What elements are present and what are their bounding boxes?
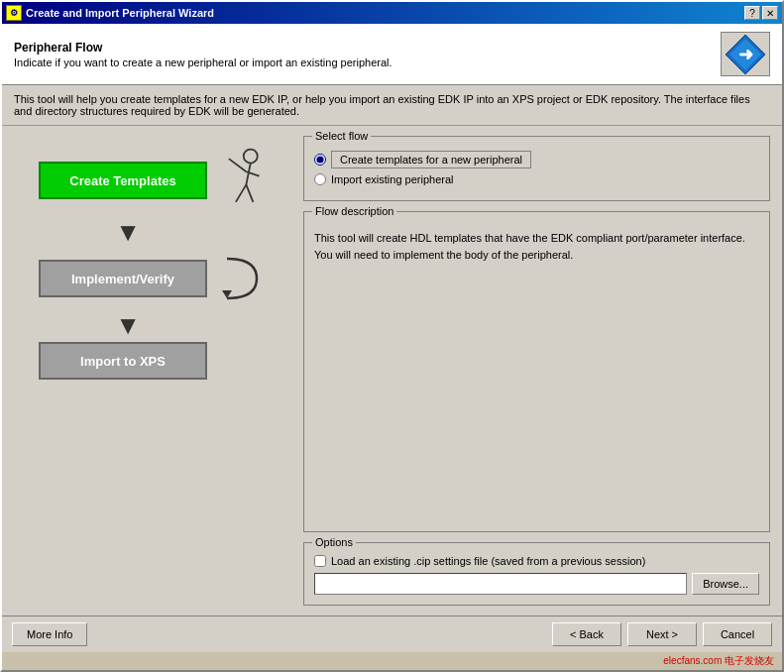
radio-create-box: Create templates for a new peripheral [331, 151, 531, 168]
bottom-left: More Info [12, 622, 87, 646]
arrow-row-1: ▼ [44, 219, 262, 245]
header-panel: Peripheral Flow Indicate if you want to … [2, 24, 782, 85]
flow-row-1: Create Templates [14, 146, 291, 215]
description-band: This tool will help you create templates… [2, 85, 782, 126]
svg-text:➜: ➜ [738, 45, 753, 64]
close-button[interactable]: ✕ [762, 6, 778, 20]
flow-step-import-label: Import to XPS [80, 354, 166, 369]
next-button[interactable]: Next > [627, 622, 697, 646]
radio-create-label: Create templates for a new peripheral [331, 151, 531, 168]
file-input-row: Browse... [314, 573, 759, 595]
file-path-input[interactable] [314, 573, 687, 595]
svg-line-8 [246, 184, 253, 202]
options-title: Options [312, 536, 356, 548]
flow-step-create: Create Templates [39, 162, 207, 199]
flow-row-2: Implement/Verify [14, 249, 291, 308]
select-flow-title: Select flow [312, 130, 371, 142]
header-text: Peripheral Flow Indicate if you want to … [14, 41, 721, 68]
curved-arrow-icon [217, 249, 267, 308]
arrow-row-2: ▼ [44, 312, 262, 338]
flow-desc-text: This tool will create HDL templates that… [314, 226, 759, 267]
svg-line-5 [229, 159, 247, 171]
radio-create[interactable] [314, 154, 326, 166]
bottom-right: < Back Next > Cancel [552, 622, 772, 646]
titlebar-buttons: ? ✕ [744, 6, 778, 20]
main-content: Create Templates [2, 126, 782, 616]
flow-step-implement: Implement/Verify [39, 260, 207, 297]
header-title: Peripheral Flow [14, 41, 721, 55]
header-subtitle: Indicate if you want to create a new per… [14, 56, 721, 68]
right-panel: Select flow Create templates for a new p… [303, 136, 770, 606]
browse-button[interactable]: Browse... [692, 573, 759, 595]
flow-step-import: Import to XPS [39, 342, 207, 380]
cancel-button[interactable]: Cancel [703, 622, 772, 646]
svg-point-3 [244, 150, 258, 164]
window-title: Create and Import Peripheral Wizard [26, 7, 214, 19]
load-settings-label: Load an existing .cip settings file (sav… [331, 555, 645, 567]
watermark-text: elecfans.com 电子发烧友 [663, 655, 774, 666]
watermark-bar: elecfans.com 电子发烧友 [2, 652, 782, 670]
titlebar: ⚙ Create and Import Peripheral Wizard ? … [2, 2, 782, 24]
checkbox-row: Load an existing .cip settings file (sav… [314, 555, 759, 567]
down-arrow-2: ▼ [115, 312, 141, 338]
stickman-figure [217, 146, 267, 215]
main-window: ⚙ Create and Import Peripheral Wizard ? … [0, 0, 784, 672]
bottom-bar: More Info < Back Next > Cancel [2, 616, 782, 652]
radio-import-label: Import existing peripheral [331, 173, 454, 185]
options-group: Options Load an existing .cip settings f… [303, 542, 770, 606]
flow-desc-group: Flow description This tool will create H… [303, 211, 770, 532]
description-text: This tool will help you create templates… [14, 93, 750, 117]
header-logo: ➜ [721, 32, 770, 76]
radio-row-2: Import existing peripheral [314, 173, 759, 185]
down-arrow-1: ▼ [115, 219, 141, 245]
flow-step-implement-label: Implement/Verify [71, 272, 174, 286]
radio-import[interactable] [314, 173, 326, 185]
window-icon: ⚙ [6, 5, 22, 21]
flow-step-create-label: Create Templates [69, 173, 175, 188]
load-settings-checkbox[interactable] [314, 555, 326, 567]
flow-steps: Create Templates [14, 146, 291, 384]
flow-panel: Create Templates [14, 136, 291, 606]
help-button[interactable]: ? [744, 6, 760, 20]
titlebar-left: ⚙ Create and Import Peripheral Wizard [6, 5, 214, 21]
radio-row-1: Create templates for a new peripheral [314, 151, 759, 168]
more-info-button[interactable]: More Info [12, 622, 87, 646]
back-button[interactable]: < Back [552, 622, 621, 646]
flow-row-3: Import to XPS [14, 342, 291, 380]
select-flow-group: Select flow Create templates for a new p… [303, 136, 770, 201]
flow-desc-title: Flow description [312, 205, 396, 217]
svg-line-4 [246, 164, 250, 185]
svg-line-7 [236, 184, 247, 202]
